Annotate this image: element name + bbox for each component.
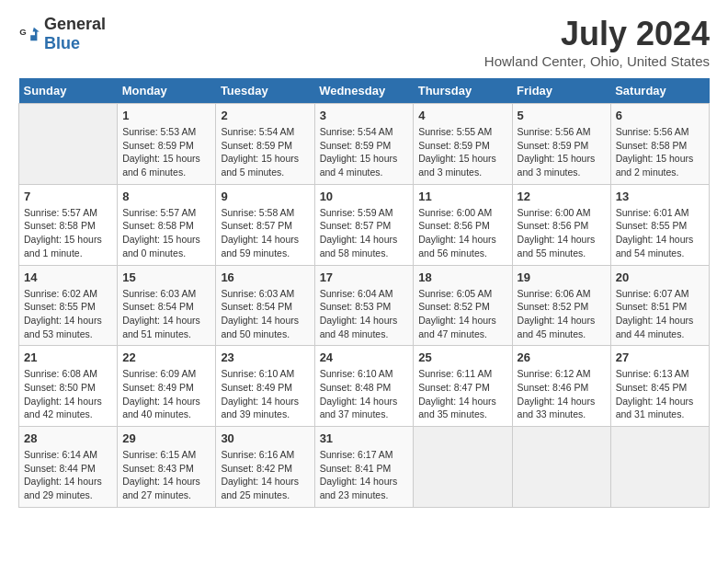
day-number: 16 xyxy=(221,270,309,284)
day-info: Sunrise: 5:57 AM Sunset: 8:58 PM Dayligh… xyxy=(122,206,210,260)
day-number: 7 xyxy=(24,190,112,203)
calendar-cell: 1Sunrise: 5:53 AM Sunset: 8:59 PM Daylig… xyxy=(118,104,216,185)
calendar-cell: 19Sunrise: 6:06 AM Sunset: 8:52 PM Dayli… xyxy=(512,265,610,346)
day-info: Sunrise: 6:06 AM Sunset: 8:52 PM Dayligh… xyxy=(518,287,606,341)
calendar-cell: 16Sunrise: 6:03 AM Sunset: 8:54 PM Dayli… xyxy=(216,265,314,346)
calendar-cell xyxy=(610,427,709,508)
calendar-cell: 22Sunrise: 6:09 AM Sunset: 8:49 PM Dayli… xyxy=(118,346,216,427)
calendar-cell: 7Sunrise: 5:57 AM Sunset: 8:58 PM Daylig… xyxy=(19,184,118,265)
day-info: Sunrise: 6:16 AM Sunset: 8:42 PM Dayligh… xyxy=(221,448,309,502)
day-info: Sunrise: 6:14 AM Sunset: 8:44 PM Dayligh… xyxy=(24,448,112,502)
calendar-cell: 12Sunrise: 6:00 AM Sunset: 8:56 PM Dayli… xyxy=(512,184,610,265)
calendar-cell: 10Sunrise: 5:59 AM Sunset: 8:57 PM Dayli… xyxy=(314,184,414,265)
day-number: 17 xyxy=(320,270,409,284)
calendar-cell: 21Sunrise: 6:08 AM Sunset: 8:50 PM Dayli… xyxy=(19,346,118,427)
day-number: 12 xyxy=(518,190,606,203)
day-info: Sunrise: 5:59 AM Sunset: 8:57 PM Dayligh… xyxy=(320,206,409,260)
day-number: 31 xyxy=(320,431,409,445)
calendar-cell: 11Sunrise: 6:00 AM Sunset: 8:56 PM Dayli… xyxy=(414,184,512,265)
day-number: 30 xyxy=(221,431,309,445)
calendar-cell: 27Sunrise: 6:13 AM Sunset: 8:45 PM Dayli… xyxy=(610,346,709,427)
week-row-2: 7Sunrise: 5:57 AM Sunset: 8:58 PM Daylig… xyxy=(19,184,710,265)
calendar-cell: 13Sunrise: 6:01 AM Sunset: 8:55 PM Dayli… xyxy=(610,184,709,265)
day-number: 24 xyxy=(320,350,409,364)
calendar-cell: 24Sunrise: 6:10 AM Sunset: 8:48 PM Dayli… xyxy=(314,346,414,427)
day-header-saturday: Saturday xyxy=(610,78,709,104)
day-info: Sunrise: 6:07 AM Sunset: 8:51 PM Dayligh… xyxy=(616,287,704,341)
day-number: 20 xyxy=(616,270,704,284)
day-number: 29 xyxy=(122,431,210,445)
day-number: 19 xyxy=(518,270,606,284)
header-row: SundayMondayTuesdayWednesdayThursdayFrid… xyxy=(19,78,710,104)
day-info: Sunrise: 5:57 AM Sunset: 8:58 PM Dayligh… xyxy=(24,206,112,260)
calendar-cell: 23Sunrise: 6:10 AM Sunset: 8:49 PM Dayli… xyxy=(216,346,314,427)
day-info: Sunrise: 6:15 AM Sunset: 8:43 PM Dayligh… xyxy=(122,448,210,502)
day-info: Sunrise: 5:58 AM Sunset: 8:57 PM Dayligh… xyxy=(221,206,309,260)
calendar-cell: 30Sunrise: 6:16 AM Sunset: 8:42 PM Dayli… xyxy=(216,427,314,508)
day-number: 22 xyxy=(122,350,210,364)
logo-blue: Blue xyxy=(44,34,80,52)
logo-general: General xyxy=(44,15,106,33)
day-number: 5 xyxy=(518,109,606,122)
day-info: Sunrise: 6:10 AM Sunset: 8:49 PM Dayligh… xyxy=(221,367,309,421)
svg-text:G: G xyxy=(19,27,26,37)
calendar-cell: 6Sunrise: 5:56 AM Sunset: 8:58 PM Daylig… xyxy=(610,104,709,185)
day-number: 1 xyxy=(122,109,210,122)
day-info: Sunrise: 6:01 AM Sunset: 8:55 PM Dayligh… xyxy=(616,206,704,260)
calendar-cell: 17Sunrise: 6:04 AM Sunset: 8:53 PM Dayli… xyxy=(314,265,414,346)
day-number: 23 xyxy=(221,350,309,364)
calendar-cell: 20Sunrise: 6:07 AM Sunset: 8:51 PM Dayli… xyxy=(610,265,709,346)
day-info: Sunrise: 6:09 AM Sunset: 8:49 PM Dayligh… xyxy=(122,367,210,421)
day-number: 10 xyxy=(320,190,409,203)
day-info: Sunrise: 5:54 AM Sunset: 8:59 PM Dayligh… xyxy=(221,125,309,179)
day-info: Sunrise: 5:56 AM Sunset: 8:59 PM Dayligh… xyxy=(518,125,606,179)
day-number: 8 xyxy=(122,190,210,203)
day-info: Sunrise: 6:04 AM Sunset: 8:53 PM Dayligh… xyxy=(320,287,409,341)
calendar-cell: 2Sunrise: 5:54 AM Sunset: 8:59 PM Daylig… xyxy=(216,104,314,185)
day-header-monday: Monday xyxy=(118,78,216,104)
calendar-cell: 31Sunrise: 6:17 AM Sunset: 8:41 PM Dayli… xyxy=(314,427,414,508)
day-info: Sunrise: 6:10 AM Sunset: 8:48 PM Dayligh… xyxy=(320,367,409,421)
calendar-cell: 18Sunrise: 6:05 AM Sunset: 8:52 PM Dayli… xyxy=(414,265,512,346)
calendar-cell: 15Sunrise: 6:03 AM Sunset: 8:54 PM Dayli… xyxy=(118,265,216,346)
calendar-cell: 25Sunrise: 6:11 AM Sunset: 8:47 PM Dayli… xyxy=(414,346,512,427)
calendar-cell xyxy=(512,427,610,508)
week-row-5: 28Sunrise: 6:14 AM Sunset: 8:44 PM Dayli… xyxy=(19,427,710,508)
calendar-table: SundayMondayTuesdayWednesdayThursdayFrid… xyxy=(18,78,710,508)
day-number: 9 xyxy=(221,190,309,203)
svg-marker-1 xyxy=(30,28,40,40)
day-number: 27 xyxy=(616,350,704,364)
week-row-3: 14Sunrise: 6:02 AM Sunset: 8:55 PM Dayli… xyxy=(19,265,710,346)
calendar-cell: 3Sunrise: 5:54 AM Sunset: 8:59 PM Daylig… xyxy=(314,104,414,185)
day-number: 2 xyxy=(221,109,309,122)
day-number: 26 xyxy=(518,350,606,364)
day-info: Sunrise: 6:13 AM Sunset: 8:45 PM Dayligh… xyxy=(616,367,704,421)
day-number: 11 xyxy=(418,190,506,203)
day-header-sunday: Sunday xyxy=(19,78,118,104)
day-header-wednesday: Wednesday xyxy=(314,78,414,104)
day-header-friday: Friday xyxy=(512,78,610,104)
day-info: Sunrise: 6:11 AM Sunset: 8:47 PM Dayligh… xyxy=(418,367,506,421)
day-number: 18 xyxy=(418,270,506,284)
day-info: Sunrise: 6:00 AM Sunset: 8:56 PM Dayligh… xyxy=(418,206,506,260)
calendar-cell: 5Sunrise: 5:56 AM Sunset: 8:59 PM Daylig… xyxy=(512,104,610,185)
day-number: 21 xyxy=(24,350,112,364)
day-info: Sunrise: 6:17 AM Sunset: 8:41 PM Dayligh… xyxy=(320,448,409,502)
calendar-cell: 28Sunrise: 6:14 AM Sunset: 8:44 PM Dayli… xyxy=(19,427,118,508)
calendar-cell: 8Sunrise: 5:57 AM Sunset: 8:58 PM Daylig… xyxy=(118,184,216,265)
day-number: 15 xyxy=(122,270,210,284)
logo: G General Blue xyxy=(18,15,106,53)
day-number: 25 xyxy=(418,350,506,364)
calendar-cell xyxy=(414,427,512,508)
main-title: July 2024 xyxy=(484,15,710,53)
week-row-4: 21Sunrise: 6:08 AM Sunset: 8:50 PM Dayli… xyxy=(19,346,710,427)
day-info: Sunrise: 6:03 AM Sunset: 8:54 PM Dayligh… xyxy=(221,287,309,341)
day-number: 28 xyxy=(24,431,112,445)
day-number: 14 xyxy=(24,270,112,284)
calendar-cell: 29Sunrise: 6:15 AM Sunset: 8:43 PM Dayli… xyxy=(118,427,216,508)
day-header-tuesday: Tuesday xyxy=(216,78,314,104)
day-number: 6 xyxy=(616,109,704,122)
day-info: Sunrise: 5:55 AM Sunset: 8:59 PM Dayligh… xyxy=(418,125,506,179)
header: G General Blue July 2024 Howland Center,… xyxy=(18,15,710,69)
day-info: Sunrise: 6:12 AM Sunset: 8:46 PM Dayligh… xyxy=(518,367,606,421)
